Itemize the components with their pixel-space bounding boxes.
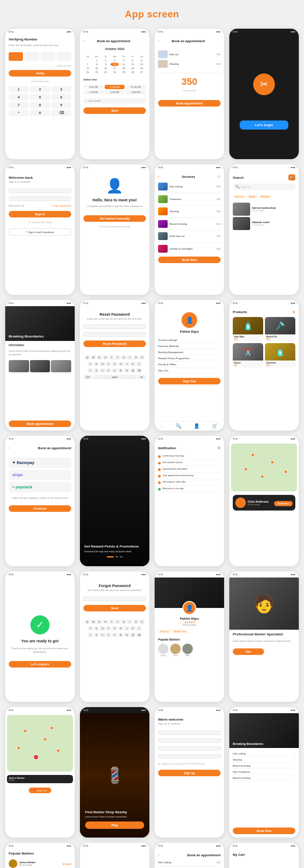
- service-tag[interactable]: Beard Trim: [172, 630, 188, 633]
- email-input[interactable]: [9, 189, 71, 193]
- key-del[interactable]: ⌫: [136, 633, 142, 637]
- key-b[interactable]: B: [118, 368, 123, 373]
- book-button[interactable]: Book appointment: [158, 100, 221, 107]
- key-m[interactable]: M: [130, 368, 135, 373]
- key-m[interactable]: M: [130, 633, 135, 637]
- more-icon[interactable]: ⋮: [217, 39, 221, 43]
- tab-search-icon[interactable]: 🔍: [175, 423, 182, 429]
- key-123[interactable]: 123: [83, 375, 92, 379]
- menu-item-account[interactable]: Account settings ›: [158, 337, 221, 343]
- map-area[interactable]: [7, 715, 73, 771]
- back-icon[interactable]: ‹: [158, 174, 159, 179]
- key-k[interactable]: K: [130, 362, 135, 366]
- product-item[interactable]: 🧴 Hair Wax $12: [233, 317, 263, 341]
- key-z[interactable]: Z: [94, 633, 99, 637]
- product-item[interactable]: 🧴 Scissors $22: [265, 343, 295, 367]
- key-s[interactable]: S: [94, 626, 99, 631]
- key-n[interactable]: N: [124, 368, 129, 373]
- service-tag[interactable]: Hair cut: [158, 630, 171, 633]
- key-a[interactable]: A: [88, 626, 93, 631]
- see-button[interactable]: See: [233, 648, 264, 655]
- more-icon[interactable]: ⋮: [142, 39, 146, 43]
- key-s[interactable]: S: [94, 362, 99, 366]
- back-icon[interactable]: ‹: [158, 39, 159, 43]
- key-j[interactable]: J: [124, 626, 129, 631]
- num-key-2[interactable]: 2: [30, 86, 50, 93]
- menu-item-pricing[interactable]: Pricing & Offers ›: [158, 361, 221, 367]
- back-icon[interactable]: ‹: [158, 853, 159, 857]
- key-q[interactable]: Q: [85, 620, 90, 624]
- key-y[interactable]: Y: [115, 355, 120, 360]
- key-l[interactable]: L: [136, 626, 142, 631]
- map-area[interactable]: [231, 444, 297, 491]
- search-bar[interactable]: 🔍 Search...: [233, 184, 295, 190]
- menu-item-booking[interactable]: Booking Management ›: [158, 349, 221, 355]
- key-n[interactable]: N: [124, 633, 129, 637]
- signup-button[interactable]: Sign up: [158, 770, 221, 776]
- key-y[interactable]: Y: [115, 620, 120, 624]
- firstname-input[interactable]: [158, 731, 221, 735]
- new-password-input[interactable]: [83, 332, 146, 337]
- send-button[interactable]: Send: [83, 605, 146, 611]
- book-now-button[interactable]: Book Now: [233, 828, 295, 834]
- email-input[interactable]: [83, 324, 146, 329]
- get-started-button[interactable]: Get started manually: [83, 215, 146, 222]
- service-item[interactable]: Hair cutting $15: [158, 860, 221, 865]
- popular-barber-item[interactable]: Mike: [182, 644, 193, 657]
- tab-home-icon[interactable]: ⌂: [161, 423, 164, 429]
- key-f[interactable]: F: [106, 362, 111, 366]
- key-k[interactable]: K: [130, 626, 135, 631]
- play-button[interactable]: Play: [85, 821, 144, 829]
- num-key-3[interactable]: 3: [51, 86, 71, 93]
- num-key-7[interactable]: 7: [9, 102, 29, 108]
- key-b[interactable]: B: [118, 633, 123, 637]
- service-category[interactable]: Beard trimming ›: [233, 775, 295, 781]
- tab-profile-icon[interactable]: 👤: [194, 423, 200, 429]
- category-tag[interactable]: Beard: [247, 195, 258, 198]
- explore-button[interactable]: Let's explore: [9, 661, 71, 668]
- key-space[interactable]: space: [93, 375, 136, 379]
- key-d[interactable]: D: [100, 626, 105, 631]
- key-shift[interactable]: ⇧: [88, 633, 93, 637]
- num-key-6[interactable]: 6: [51, 94, 71, 100]
- key-r[interactable]: R: [103, 355, 108, 360]
- remember-me[interactable]: Remember me: [9, 204, 24, 207]
- key-c[interactable]: C: [106, 633, 111, 637]
- num-key-star[interactable]: *: [9, 110, 29, 116]
- key-x[interactable]: X: [100, 633, 105, 637]
- sign-out-button[interactable]: Sign Out: [158, 378, 221, 384]
- barber-card[interactable]: Chris Anderson 0.8 km away Book Now: [233, 495, 295, 511]
- key-u[interactable]: U: [121, 620, 126, 624]
- time-slot[interactable]: 9:00 AM: [83, 85, 104, 89]
- razorpay-option[interactable]: ✦ Razorpay: [9, 457, 71, 468]
- time-slot[interactable]: 3:00 PM: [126, 90, 146, 94]
- stripe-option[interactable]: stripe: [9, 470, 71, 480]
- key-return[interactable]: ret: [137, 375, 146, 379]
- key-g[interactable]: G: [112, 626, 117, 631]
- book-now-button[interactable]: Book Now: [158, 257, 221, 263]
- key-t[interactable]: T: [109, 355, 114, 360]
- book-appointment-button[interactable]: Book appointment: [9, 421, 71, 427]
- key-e[interactable]: E: [97, 620, 102, 624]
- manual-option[interactable]: Or set your location manually: [99, 225, 130, 228]
- key-p[interactable]: P: [139, 620, 145, 624]
- back-icon[interactable]: ‹: [83, 39, 85, 43]
- barber-select[interactable]: — Jack Smith: [83, 98, 146, 103]
- menu-item-rewards[interactable]: Reward Points Programme ›: [158, 355, 221, 361]
- verify-button[interactable]: Verify: [9, 70, 71, 77]
- password-input[interactable]: [158, 754, 221, 758]
- key-g[interactable]: G: [112, 362, 117, 366]
- menu-item-signout[interactable]: Sign Out ›: [158, 367, 221, 374]
- key-o[interactable]: O: [133, 620, 139, 624]
- category-tag[interactable]: Hair cut: [233, 195, 245, 198]
- num-key-9[interactable]: 9: [51, 102, 71, 108]
- key-i[interactable]: I: [127, 620, 132, 624]
- category-tag[interactable]: Shaving: [259, 195, 272, 198]
- barber-list-item[interactable]: Jason Holder Senior Barber ★★★★: [9, 858, 71, 868]
- filter-icon[interactable]: ⊞: [218, 175, 221, 179]
- key-r[interactable]: R: [103, 620, 108, 624]
- password-input[interactable]: [9, 197, 71, 201]
- forgot-password-link[interactable]: Forgot password?: [52, 204, 71, 207]
- key-v[interactable]: V: [112, 633, 117, 637]
- key-u[interactable]: U: [121, 355, 126, 360]
